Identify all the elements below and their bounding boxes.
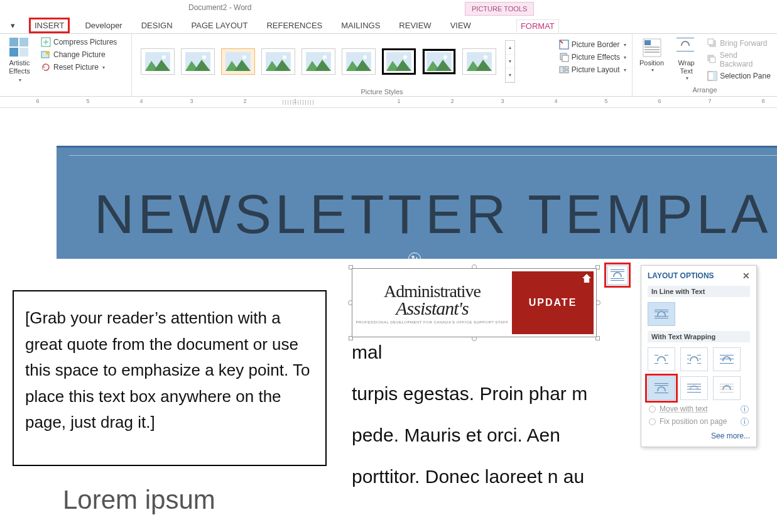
- svg-rect-28: [560, 67, 563, 73]
- group-adjust: Artistic Effects Compress Pictures Chang…: [0, 34, 132, 96]
- layout-option-inline[interactable]: [648, 302, 675, 326]
- chevron-down-icon: [18, 75, 21, 84]
- bring-forward-button[interactable]: Bring Forward: [705, 38, 773, 49]
- tab-developer[interactable]: Developer: [81, 19, 126, 31]
- info-icon[interactable]: i: [741, 418, 749, 426]
- selection-pane-button[interactable]: Selection Pane: [705, 70, 773, 82]
- style-thumb-1[interactable]: [141, 48, 175, 75]
- tab-references[interactable]: REFERENCES: [263, 19, 326, 31]
- reset-picture-icon: [41, 62, 51, 72]
- picture-effects-icon: [559, 52, 569, 62]
- picture-layout-button[interactable]: Picture Layout: [557, 64, 628, 75]
- horizontal-ruler[interactable]: 6 5 4 3 2 1 1 2 3 4 5 6 7 8: [0, 97, 777, 108]
- contextual-tab-area: PICTURE TOOLS: [465, 0, 534, 18]
- inserted-image: Administrative Assistant's PROFESSIONAL …: [352, 268, 597, 337]
- svg-rect-37: [708, 39, 714, 45]
- newsletter-banner[interactable]: NEWSLETTER TEMPLA: [57, 146, 777, 259]
- svg-rect-32: [644, 40, 651, 45]
- compress-pictures-button[interactable]: Compress Pictures: [39, 36, 119, 48]
- selected-picture[interactable]: Administrative Assistant's PROFESSIONAL …: [349, 265, 600, 340]
- style-thumb-6[interactable]: [342, 48, 376, 75]
- layout-options-panel: LAYOUT OPTIONS ✕ In Line with Text With …: [641, 265, 757, 447]
- tab-design[interactable]: DESIGN: [138, 19, 177, 31]
- radio-fix-position[interactable]: Fix position on page i: [648, 415, 750, 428]
- artistic-effects-icon: [9, 38, 30, 58]
- svg-point-10: [202, 55, 206, 59]
- gallery-scroll[interactable]: ▴▾▾: [505, 40, 515, 83]
- layout-option-square[interactable]: [648, 347, 675, 371]
- page-heading[interactable]: Lorem ipsum: [63, 485, 215, 515]
- rotate-handle-icon[interactable]: ↻: [408, 252, 421, 265]
- svg-rect-33: [644, 46, 660, 48]
- svg-rect-29: [565, 67, 568, 69]
- wrap-text-icon: [611, 269, 624, 281]
- svg-point-24: [484, 55, 487, 59]
- picture-border-icon: [559, 40, 569, 50]
- layout-option-behind-text[interactable]: [680, 376, 708, 400]
- tab-mailings[interactable]: MAILINGS: [337, 19, 384, 31]
- svg-point-12: [242, 55, 246, 59]
- picture-style-gallery[interactable]: ▴▾▾: [136, 36, 553, 87]
- tab-page-layout[interactable]: PAGE LAYOUT: [188, 19, 252, 31]
- group-label-arrange: Arrange: [636, 85, 773, 95]
- layout-options-launcher[interactable]: [607, 265, 628, 285]
- svg-rect-27: [562, 55, 568, 62]
- style-thumb-7[interactable]: [382, 48, 416, 75]
- svg-rect-35: [644, 52, 660, 53]
- title-bar: Document2 - Word PICTURE TOOLS: [0, 0, 777, 18]
- position-button[interactable]: Position: [636, 36, 667, 75]
- change-picture-button[interactable]: Change Picture: [39, 49, 119, 60]
- bring-forward-icon: [707, 38, 717, 48]
- ribbon-tabs: ▾ INSERT Developer DESIGN PAGE LAYOUT RE…: [0, 18, 777, 34]
- pull-quote-textbox[interactable]: [Grab your reader’s attention with a gre…: [13, 290, 327, 466]
- svg-rect-3: [19, 48, 28, 57]
- ribbon: Artistic Effects Compress Pictures Chang…: [0, 34, 777, 97]
- svg-point-14: [283, 55, 286, 59]
- tab-view[interactable]: VIEW: [447, 19, 475, 31]
- picture-border-button[interactable]: Picture Border: [557, 39, 628, 50]
- tab-review[interactable]: REVIEW: [395, 19, 435, 31]
- customize-qat-icon[interactable]: ▾: [8, 21, 18, 31]
- style-thumb-8[interactable]: [422, 48, 456, 75]
- picture-tools-context-tab[interactable]: PICTURE TOOLS: [465, 2, 534, 16]
- banner-title: NEWSLETTER TEMPLA: [94, 182, 771, 246]
- change-picture-icon: [41, 50, 51, 60]
- svg-rect-41: [713, 72, 717, 80]
- style-thumb-3[interactable]: [221, 48, 255, 75]
- style-thumb-9[interactable]: [462, 48, 496, 75]
- picture-effects-button[interactable]: Picture Effects: [557, 52, 628, 63]
- layout-option-through[interactable]: [713, 347, 741, 371]
- group-label-picture-styles: Picture Styles: [136, 87, 628, 97]
- selection-pane-icon: [707, 71, 717, 81]
- style-thumb-4[interactable]: [261, 48, 295, 75]
- layout-option-tight[interactable]: [680, 347, 708, 371]
- document-canvas[interactable]: NEWSLETTER TEMPLA ↻ Administrative Assis…: [0, 108, 777, 532]
- see-more-link[interactable]: See more...: [648, 432, 750, 440]
- tab-format[interactable]: FORMAT: [516, 19, 559, 33]
- svg-rect-30: [565, 70, 568, 73]
- wrap-text-button[interactable]: Wrap Text: [671, 36, 702, 83]
- svg-point-22: [443, 55, 447, 59]
- radio-icon: [649, 418, 656, 425]
- layout-option-top-and-bottom[interactable]: [648, 376, 675, 400]
- layout-options-title: LAYOUT OPTIONS: [648, 271, 714, 280]
- close-icon[interactable]: ✕: [742, 271, 750, 281]
- svg-point-8: [162, 55, 166, 59]
- svg-rect-0: [9, 38, 18, 46]
- artistic-effects-button[interactable]: Artistic Effects: [4, 36, 35, 85]
- group-picture-styles: ▴▾▾ Picture Border Picture Effects Pictu…: [132, 34, 633, 96]
- send-backward-button[interactable]: Send Backward: [705, 50, 773, 69]
- document-title: Document2 - Word: [188, 3, 251, 12]
- svg-point-20: [403, 55, 407, 59]
- radio-icon: [649, 406, 656, 413]
- svg-rect-34: [644, 49, 660, 50]
- reset-picture-button[interactable]: Reset Picture: [39, 62, 119, 73]
- heading-inline: In Line with Text: [648, 286, 750, 297]
- style-thumb-2[interactable]: [181, 48, 215, 75]
- style-thumb-5[interactable]: [302, 48, 335, 75]
- svg-rect-39: [710, 57, 715, 63]
- radio-move-with-text[interactable]: Move with text i: [648, 403, 750, 415]
- layout-option-in-front[interactable]: [713, 376, 741, 400]
- tab-insert[interactable]: INSERT: [29, 18, 70, 33]
- info-icon[interactable]: i: [741, 405, 749, 413]
